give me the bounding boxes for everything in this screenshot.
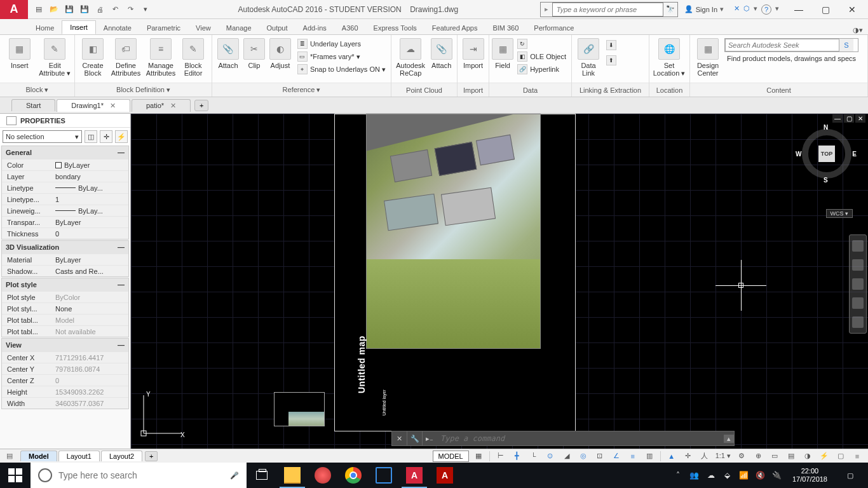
selection-cycling-icon[interactable]: ▲	[665, 450, 679, 463]
panel-title[interactable]: Block Definition ▾	[75, 83, 212, 97]
osnap-icon[interactable]: ◎	[576, 450, 590, 463]
properties-group-header[interactable]: Plot style—	[2, 278, 128, 291]
adjust-ref-button[interactable]: ◐Adjust	[267, 37, 294, 69]
signin-button[interactable]: 👤 Sign In ▾	[681, 5, 728, 13]
isodraft-icon[interactable]: ◢	[560, 450, 574, 463]
workspace-switch-icon[interactable]: ⚙	[735, 450, 749, 463]
otrack-icon[interactable]: ∠	[609, 450, 623, 463]
showmotion-icon[interactable]	[852, 316, 864, 328]
taskbar-clock[interactable]: 22:00 17/07/2018	[789, 467, 831, 484]
file-explorer-app[interactable]	[277, 463, 308, 488]
ribbon-tab-annotate[interactable]: Annotate	[96, 22, 139, 34]
snipping-tool-app[interactable]	[308, 463, 338, 488]
isolate-objects-icon[interactable]: ◑	[801, 450, 815, 463]
edge-app[interactable]	[369, 463, 399, 488]
polar-icon[interactable]: ⊙	[543, 450, 557, 463]
redo-icon[interactable]: ↷	[123, 3, 137, 17]
orbit-icon[interactable]	[852, 297, 864, 309]
property-row[interactable]: Width34603577.0367	[2, 397, 128, 409]
tray-volume-icon[interactable]: 🔇	[756, 470, 766, 480]
download-from-source-button[interactable]: ⬇	[604, 39, 619, 51]
open-icon[interactable]: 📂	[47, 3, 61, 17]
viewcube[interactable]: TOP N E S W	[798, 125, 855, 182]
command-line[interactable]: ✕ 🔧 ▸₋ ▴	[391, 431, 735, 446]
property-row[interactable]: Layerbondary	[2, 170, 128, 182]
pin-icon[interactable]	[6, 116, 17, 125]
action-center-icon[interactable]: ▢	[837, 471, 863, 480]
drawing-canvas[interactable]: — ▢ ✕ Untitled map Untitled layer X Y	[131, 114, 868, 449]
extract-data-button[interactable]: ⬆	[604, 55, 619, 66]
wcs-label[interactable]: WCS ▾	[826, 209, 853, 218]
block-editor-button[interactable]: ✎Block Editor	[179, 37, 207, 77]
cmdline-history-icon[interactable]: ▴	[724, 435, 734, 443]
3dosnap-icon[interactable]: ⊡	[593, 450, 607, 463]
ribbon-tab-output[interactable]: Output	[259, 22, 295, 34]
snap-underlays-button[interactable]: ⌖Snap to Underlays ON ▾	[295, 64, 388, 75]
cmdline-customize-icon[interactable]: 🔧	[407, 431, 423, 446]
ribbon-tab-insert[interactable]: Insert	[62, 20, 96, 34]
quick-select-icon[interactable]: ⚡	[115, 130, 128, 143]
ribbon-tab-featured-apps[interactable]: Featured Apps	[424, 22, 485, 34]
tray-dropbox-icon[interactable]: ⬙	[722, 470, 733, 480]
drawing-tab[interactable]: patio*✕	[132, 99, 191, 112]
close-button[interactable]: ✕	[839, 1, 865, 18]
panel-title[interactable]: Reference ▾	[212, 83, 391, 97]
toggle-pickadd-icon[interactable]: ◫	[85, 130, 97, 143]
property-row[interactable]: Lineweig...ByLay...	[2, 205, 128, 216]
property-row[interactable]: Plot styl...None	[2, 302, 128, 314]
tray-wifi-icon[interactable]: 📶	[739, 470, 749, 480]
cmdline-close-icon[interactable]: ✕	[392, 431, 407, 446]
attach-pc-button[interactable]: 📎Attach	[428, 37, 454, 69]
pan-icon[interactable]	[852, 259, 864, 271]
ribbon-tab-manage[interactable]: Manage	[219, 22, 259, 34]
exchange-apps-icon[interactable]: ⬡	[743, 4, 750, 15]
property-row[interactable]: Center X71712916.4417	[2, 351, 128, 363]
tray-power-icon[interactable]: 🔌	[772, 470, 782, 480]
binoculars-icon[interactable]: 🔭	[663, 5, 677, 13]
edit-attribute-button[interactable]: ✎Edit Attribute ▾	[38, 37, 72, 77]
annotation-scale[interactable]: 1:1 ▾	[714, 452, 732, 460]
tab-close-icon[interactable]: ✕	[170, 102, 176, 110]
microphone-icon[interactable]: 🎤	[230, 471, 239, 480]
property-row[interactable]: Plot tabl...Not available	[2, 325, 128, 337]
new-drawing-tab-button[interactable]: +	[194, 100, 208, 111]
properties-group-header[interactable]: View—	[2, 339, 128, 351]
dynamic-input-icon[interactable]: ╋	[510, 450, 524, 463]
minimize-button[interactable]: —	[785, 1, 812, 18]
ribbon-tab-performance[interactable]: Performance	[526, 22, 581, 34]
data-link-button[interactable]: 🔗Data Link	[574, 37, 602, 77]
property-row[interactable]: Thickness0	[2, 227, 128, 239]
tab-close-icon[interactable]: ✕	[110, 102, 116, 110]
import-button[interactable]: ⇥Import	[460, 37, 486, 69]
help-search-input[interactable]	[552, 3, 663, 17]
saveas-icon[interactable]: 💾	[78, 3, 92, 17]
ribbon-tab-bim-360[interactable]: BIM 360	[485, 22, 526, 34]
properties-group-header[interactable]: General—	[2, 146, 128, 159]
property-row[interactable]: Center Y7978186.0874	[2, 363, 128, 374]
ribbon-tab-express-tools[interactable]: Express Tools	[366, 22, 424, 34]
select-objects-icon[interactable]: ✛	[100, 130, 112, 143]
property-row[interactable]: Center Z0	[2, 374, 128, 386]
clean-screen-icon[interactable]: ▢	[834, 450, 848, 463]
insert-block-button[interactable]: ▦Insert	[3, 37, 37, 69]
steering-wheel-icon[interactable]	[852, 240, 864, 252]
show-hide-lineweight-icon[interactable]: ✛	[681, 450, 695, 463]
set-location-button[interactable]: 🌐Set Location ▾	[652, 37, 686, 77]
save-icon[interactable]: 💾	[62, 3, 76, 17]
taskbar-search[interactable]: 🎤	[31, 463, 247, 488]
annotation-monitor-icon[interactable]: ⊕	[751, 450, 765, 463]
ribbon-tab-view[interactable]: View	[188, 22, 219, 34]
adobe-reader-app[interactable]: A	[430, 463, 460, 488]
app-logo[interactable]: A	[0, 0, 28, 19]
ribbon-tab-parametric[interactable]: Parametric	[139, 22, 188, 34]
taskbar-search-input[interactable]	[58, 470, 224, 480]
panel-title[interactable]: Block ▾	[0, 83, 74, 97]
layout-tab[interactable]: Layout2	[101, 451, 142, 461]
maximize-button[interactable]: ▢	[812, 1, 839, 18]
add-layout-button[interactable]: +	[145, 451, 158, 461]
seek-go-icon[interactable]: S	[839, 39, 853, 51]
property-row[interactable]: Shadow...Casts and Re...	[2, 265, 128, 276]
undo-icon[interactable]: ↶	[108, 3, 122, 17]
qat-dropdown-icon[interactable]: ▾	[139, 3, 153, 17]
define-attributes-button[interactable]: 🏷Define Attributes	[109, 37, 142, 77]
